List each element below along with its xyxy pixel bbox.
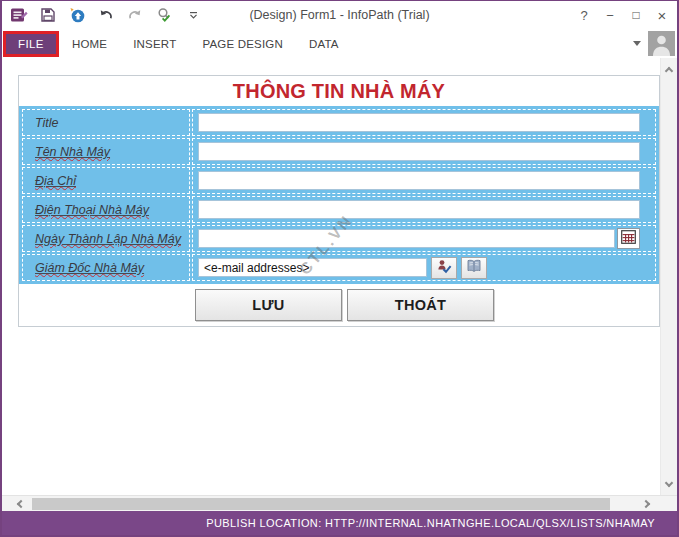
scroll-left-button[interactable] <box>6 496 32 511</box>
tab-insert[interactable]: INSERT <box>120 38 189 50</box>
form-row-giam-doc: Giám Đốc Nhà Máy <e-mail addresses> <box>22 254 656 281</box>
publish-location-text: PUBLISH LOCATION: HTTP://INTERNAL.NHATNG… <box>206 517 655 529</box>
vertical-scrollbar[interactable] <box>660 58 677 495</box>
input-cell <box>192 109 656 136</box>
input-cell <box>192 167 656 194</box>
calendar-icon <box>621 230 636 248</box>
check-names-icon <box>436 258 452 278</box>
design-canvas: THÔNG TIN NHÀ MÁY Title Tên Nhà Máy <box>2 58 677 495</box>
tab-home[interactable]: HOME <box>59 38 120 50</box>
horizontal-scrollbar[interactable] <box>2 495 677 511</box>
scroll-right-button[interactable] <box>634 496 660 511</box>
form-row-title: Title <box>22 109 656 136</box>
save-icon[interactable] <box>39 6 57 24</box>
phone-textbox[interactable] <box>198 200 640 219</box>
label-cell: Title <box>22 109 190 136</box>
factory-name-textbox[interactable] <box>198 142 640 161</box>
maximize-button[interactable]: □ <box>623 2 649 28</box>
field-label: Tên Nhà Máy <box>35 145 110 159</box>
account-dropdown-icon[interactable] <box>633 41 641 46</box>
label-cell: Giám Đốc Nhà Máy <box>22 254 190 281</box>
save-form-button[interactable]: LƯU <box>195 289 342 321</box>
label-cell: Điện Thoại Nhà Máy <box>22 196 190 223</box>
chevron-right-icon <box>641 499 649 507</box>
design-checker-icon[interactable] <box>155 6 173 24</box>
label-cell: Địa Chỉ <box>22 167 190 194</box>
address-book-icon <box>466 258 482 278</box>
address-book-button[interactable] <box>461 257 487 279</box>
window-controls: ? − □ × <box>571 1 675 29</box>
chevron-down-icon <box>665 478 673 486</box>
infopath-window: (Design) Form1 - InfoPath (Trial) ? − □ … <box>0 0 679 537</box>
qat-menu-icon[interactable] <box>184 6 202 24</box>
form-button-row: LƯU THOÁT <box>19 284 659 326</box>
exit-form-button[interactable]: THOÁT <box>347 289 494 321</box>
undo-icon[interactable] <box>97 6 115 24</box>
form-layout-table: THÔNG TIN NHÀ MÁY Title Tên Nhà Máy <box>18 75 660 327</box>
ribbon-tab-row: FILE HOME INSERT PAGE DESIGN DATA <box>2 29 677 58</box>
chevron-up-icon <box>665 66 673 74</box>
chevron-left-icon <box>16 499 24 507</box>
quick-publish-icon[interactable] <box>68 6 86 24</box>
founding-date-textbox[interactable] <box>198 229 615 248</box>
field-label: Ngày Thành Lập Nhà Máy <box>35 232 181 246</box>
input-cell <box>192 196 656 223</box>
field-label: Giám Đốc Nhà Máy <box>35 261 144 275</box>
title-textbox[interactable] <box>198 113 640 132</box>
tab-data[interactable]: DATA <box>296 38 352 50</box>
form-title: THÔNG TIN NHÀ MÁY <box>233 80 445 103</box>
address-textbox[interactable] <box>198 171 640 190</box>
title-bar[interactable]: (Design) Form1 - InfoPath (Trial) ? − □ … <box>2 1 677 29</box>
input-cell <box>192 138 656 165</box>
input-cell <box>192 225 656 252</box>
form-field-grid: Title Tên Nhà Máy <box>19 106 659 284</box>
scrollbar-corner <box>660 496 677 511</box>
tab-page-design[interactable]: PAGE DESIGN <box>189 38 296 50</box>
form-row-ten-nha-may: Tên Nhà Máy <box>22 138 656 165</box>
check-names-button[interactable] <box>431 257 457 279</box>
director-email-field[interactable]: <e-mail addresses> <box>198 258 427 277</box>
user-avatar[interactable] <box>648 31 675 56</box>
quick-access-toolbar <box>10 6 202 24</box>
form-row-dien-thoai: Điện Thoại Nhà Máy <box>22 196 656 223</box>
label-cell: Ngày Thành Lập Nhà Máy <box>22 225 190 252</box>
input-cell: <e-mail addresses> <box>192 254 656 281</box>
form-header-row: THÔNG TIN NHÀ MÁY <box>19 76 659 106</box>
date-picker-button[interactable] <box>617 228 640 249</box>
infopath-app-icon[interactable] <box>10 6 28 24</box>
scroll-up-button[interactable] <box>661 60 677 78</box>
close-button[interactable]: × <box>649 2 675 28</box>
horizontal-scroll-thumb[interactable] <box>32 498 610 510</box>
form-row-dia-chi: Địa Chỉ <box>22 167 656 194</box>
help-button[interactable]: ? <box>571 2 597 28</box>
status-bar: PUBLISH LOCATION: HTTP://INTERNAL.NHATNG… <box>2 511 677 535</box>
field-label: Title <box>35 116 59 130</box>
redo-icon[interactable] <box>126 6 144 24</box>
minimize-button[interactable]: − <box>597 2 623 28</box>
tab-file[interactable]: FILE <box>6 34 56 54</box>
scroll-down-button[interactable] <box>661 475 677 493</box>
file-tab-highlight-annotation: FILE <box>3 31 59 57</box>
form-row-ngay-thanh-lap: Ngày Thành Lập Nhà Máy <box>22 225 656 252</box>
field-label: Địa Chỉ <box>35 174 76 188</box>
label-cell: Tên Nhà Máy <box>22 138 190 165</box>
field-label: Điện Thoại Nhà Máy <box>35 203 149 217</box>
